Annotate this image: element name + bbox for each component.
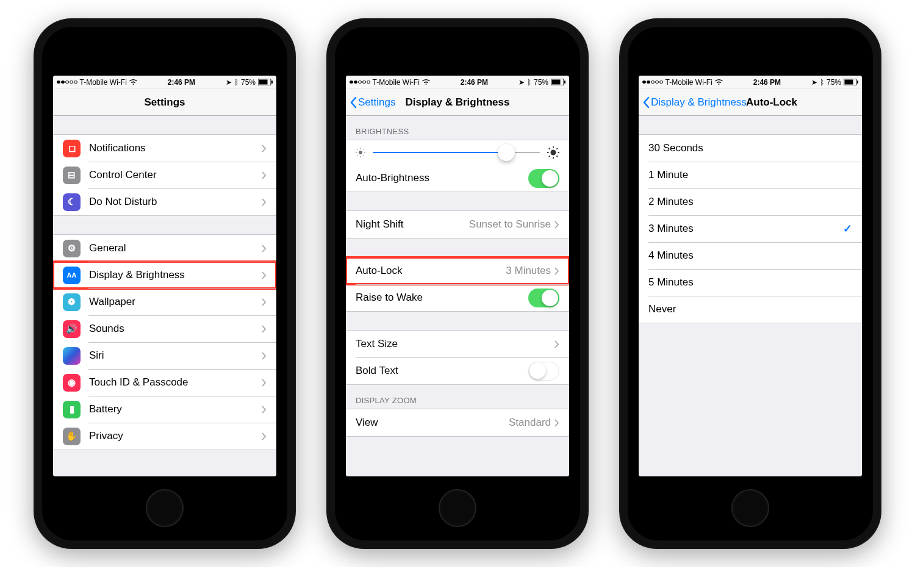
auto-lock-row[interactable]: Auto-Lock 3 Minutes [346,257,569,284]
auto-lock-value: 3 Minutes [506,265,551,277]
phone-frame-3: T-Mobile Wi-Fi 2:46 PM ➤ ᛒ 75% Display &… [619,18,881,549]
auto-brightness-label: Auto-Brightness [356,172,528,184]
text-size-row[interactable]: Text Size [346,331,569,357]
home-button[interactable] [731,489,769,527]
settings-row-siri[interactable]: Siri [53,342,276,369]
checkmark-icon: ✓ [843,222,852,235]
settings-row-do-not-disturb[interactable]: ☾Do Not Disturb [53,188,276,215]
option-label: 1 Minute [648,169,852,181]
settings-row-wallpaper[interactable]: ❁Wallpaper [53,289,276,315]
row-label: Display & Brightness [89,269,262,281]
chevron-right-icon [554,340,559,348]
clock-label: 2:46 PM [753,78,781,87]
svg-rect-5 [564,81,565,84]
control-center-icon: ⊟ [63,167,81,184]
sun-large-icon [547,146,559,159]
battery-icon [258,79,273,85]
svg-line-11 [357,149,357,149]
chevron-right-icon [262,352,267,360]
auto-lock-scroll[interactable]: 30 Seconds1 Minute2 Minutes3 Minutes✓4 M… [639,116,862,476]
status-bar: T-Mobile Wi-Fi 2:46 PM ➤ ᛒ 75% [346,76,569,89]
auto-lock-option-5-minutes[interactable]: 5 Minutes [639,269,862,296]
raise-to-wake-toggle[interactable] [528,289,559,307]
svg-line-12 [363,155,364,156]
settings-row-sounds[interactable]: 🔊Sounds [53,315,276,342]
phone-frame-1: T-Mobile Wi-Fi 2:46 PM ➤ ᛒ 75% Settings … [34,18,296,549]
wallpaper-icon: ❁ [63,293,81,311]
night-shift-value: Sunset to Sunrise [469,218,551,231]
back-label: Display & Brightness [651,96,747,109]
view-value: Standard [509,417,551,429]
option-label: Never [648,303,852,315]
display-scroll[interactable]: BRIGHTNESS Auto-Brightness Night [346,116,569,476]
signal-dots-icon [350,81,370,84]
wifi-icon [422,79,430,85]
night-shift-label: Night Shift [356,218,469,231]
svg-rect-26 [857,81,858,84]
auto-brightness-row: Auto-Brightness [346,165,569,192]
chevron-right-icon [262,245,267,253]
svg-rect-4 [551,80,560,85]
battery-icon [844,79,858,85]
chevron-right-icon [262,406,267,414]
carrier-label: T-Mobile Wi-Fi [666,78,712,87]
settings-row-display-brightness[interactable]: AADisplay & Brightness [53,262,276,289]
settings-row-battery[interactable]: ▮Battery [53,396,276,423]
back-button[interactable]: Display & Brightness [642,96,747,109]
home-button[interactable] [439,489,476,527]
night-shift-row[interactable]: Night Shift Sunset to Sunrise [346,211,569,238]
bold-text-toggle[interactable] [528,362,559,381]
text-size-label: Text Size [356,338,554,350]
auto-lock-option-2-minutes[interactable]: 2 Minutes [639,188,862,215]
chevron-right-icon [262,171,267,179]
auto-lock-option-30-seconds[interactable]: 30 Seconds [639,135,862,162]
notifications-icon: ◻︎ [63,140,81,157]
general-icon: ⚙︎ [63,240,81,257]
settings-row-general[interactable]: ⚙︎General [53,235,276,262]
raise-to-wake-row: Raise to Wake [346,284,569,311]
auto-lock-option-3-minutes[interactable]: 3 Minutes✓ [639,215,862,242]
signal-dots-icon [57,81,77,84]
chevron-right-icon [262,271,267,279]
settings-row-control-center[interactable]: ⊟Control Center [53,162,276,188]
auto-lock-option-1-minute[interactable]: 1 Minute [639,162,862,188]
slider-thumb[interactable] [498,144,515,161]
brightness-slider[interactable] [373,152,540,153]
chevron-right-icon [554,419,559,427]
settings-scroll[interactable]: ◻︎Notifications⊟Control Center☾Do Not Di… [53,116,276,476]
section-display-zoom-header: DISPLAY ZOOM [346,385,569,409]
status-bar: T-Mobile Wi-Fi 2:46 PM ➤ ᛒ 75% [53,76,276,89]
row-label: Sounds [89,323,262,335]
view-row[interactable]: View Standard [346,409,569,436]
bold-text-label: Bold Text [356,365,528,377]
auto-lock-option-never[interactable]: Never [639,296,862,323]
chevron-left-icon [350,96,357,109]
location-icon: ➤ [518,78,525,87]
home-button[interactable] [146,489,184,527]
chevron-right-icon [262,432,267,440]
auto-brightness-toggle[interactable] [528,169,559,188]
option-label: 3 Minutes [648,223,843,235]
signal-dots-icon [642,81,663,84]
svg-line-21 [556,156,558,157]
bluetooth-icon: ᛒ [527,78,531,87]
svg-line-20 [549,148,550,149]
status-bar: T-Mobile Wi-Fi 2:46 PM ➤ ᛒ 75% [639,76,862,89]
phone-frame-2: T-Mobile Wi-Fi 2:46 PM ➤ ᛒ 75% Settings … [326,18,589,549]
display-brightness-icon: AA [63,267,81,284]
auto-lock-option-4-minutes[interactable]: 4 Minutes [639,242,862,269]
privacy-icon: ✋ [63,428,81,445]
back-label: Settings [358,96,395,109]
settings-row-notifications[interactable]: ◻︎Notifications [53,135,276,162]
settings-row-touch-id-passcode[interactable]: ◉Touch ID & Passcode [53,369,276,396]
nav-bar: Settings [53,89,276,116]
screen-display-brightness: T-Mobile Wi-Fi 2:46 PM ➤ ᛒ 75% Settings … [346,76,569,476]
page-title: Settings [144,96,185,109]
row-label: Privacy [89,430,262,442]
screen-settings: T-Mobile Wi-Fi 2:46 PM ➤ ᛒ 75% Settings … [53,76,276,476]
svg-rect-2 [271,81,273,84]
option-label: 2 Minutes [648,196,852,208]
row-label: General [89,242,262,254]
settings-row-privacy[interactable]: ✋Privacy [53,423,276,450]
back-button[interactable]: Settings [350,96,395,109]
